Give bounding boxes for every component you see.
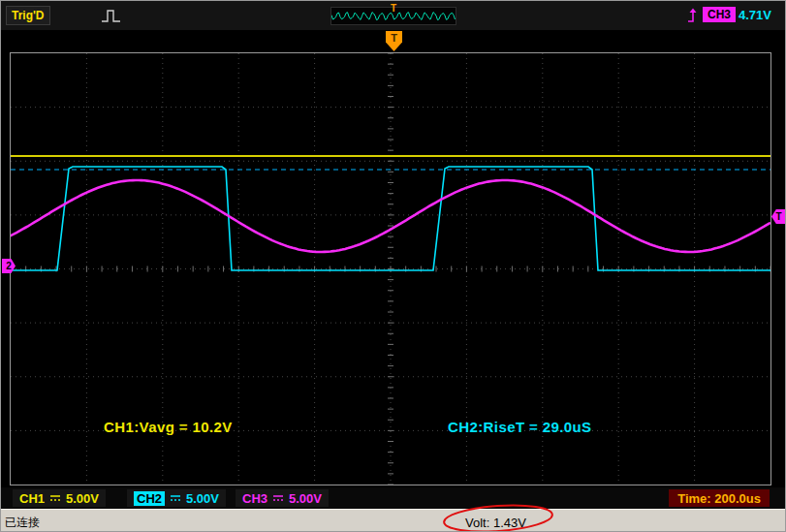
timebase-readout[interactable]: Time: 200.0us — [669, 489, 770, 507]
top-status-bar: Trig'D T CH3 4.71V — [1, 1, 785, 30]
waveform-preview-bar[interactable]: T — [330, 7, 456, 25]
dc-coupling-icon — [170, 493, 181, 503]
status-bar: 已连接 Volt: 1.43V — [1, 509, 785, 532]
channel-ch1-scale: 5.00V — [66, 491, 99, 506]
channel-ch2-scale: 5.00V — [186, 491, 219, 506]
channel-ch2-label: CH2 — [137, 491, 162, 506]
trigger-position-marker[interactable]: T — [386, 31, 402, 51]
channel-ch3-scale: 5.00V — [289, 491, 322, 506]
oscilloscope-window: Trig'D T CH3 4.71V T CH1:Vavg = 10.2V CH… — [0, 0, 786, 532]
channel-settings-bar: CH1 5.00V CH2 5.00V CH3 5.00V Time: 200.… — [1, 487, 785, 509]
dc-coupling-icon — [272, 493, 284, 503]
trigger-edge-icon — [686, 6, 700, 25]
trigger-source-badge[interactable]: CH3 — [703, 7, 736, 22]
scope-display: CH1:Vavg = 10.2V CH2:RiseT = 29.0uS — [10, 52, 771, 485]
channel-ch2-control[interactable]: CH2 5.00V — [127, 489, 226, 507]
channel-ch3-control[interactable]: CH3 5.00V — [236, 489, 329, 507]
pulse-icon — [101, 8, 122, 24]
trigger-level-marker[interactable]: T — [771, 209, 786, 224]
connection-status: 已连接 — [5, 515, 40, 531]
trigger-status-label: Trig'D — [6, 6, 50, 25]
measurement-ch1-vavg: CH1:Vavg = 10.2V — [104, 419, 233, 435]
channel-ch3-label: CH3 — [242, 491, 267, 506]
measurement-ch2-riset: CH2:RiseT = 29.0uS — [448, 419, 592, 435]
channel-ch1-control[interactable]: CH1 5.00V — [13, 489, 106, 507]
dc-coupling-icon — [49, 493, 61, 503]
volt-readout: Volt: 1.43V — [465, 516, 526, 530]
channel-ch1-label: CH1 — [19, 491, 45, 506]
trigger-voltage-readout: 4.71V — [739, 8, 771, 22]
preview-trigger-marker[interactable]: T — [391, 4, 396, 14]
